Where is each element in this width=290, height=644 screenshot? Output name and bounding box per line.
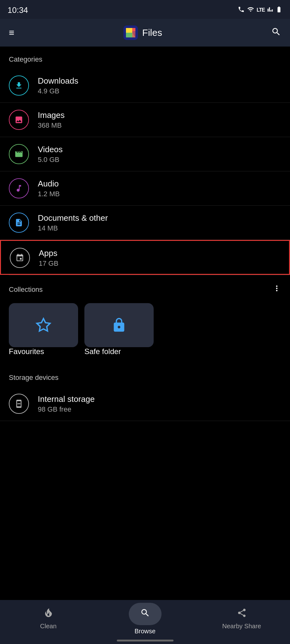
audio-size: 1.2 MB xyxy=(38,190,60,198)
browse-label: Browse xyxy=(134,628,156,635)
favourites-label: Favourites xyxy=(9,347,78,356)
videos-icon xyxy=(9,144,29,164)
categories-section-header: Categories xyxy=(0,47,290,69)
battery-icon xyxy=(276,6,282,14)
nearby-share-label: Nearby Share xyxy=(222,623,261,630)
lte-icon: LTE xyxy=(257,7,265,13)
category-item-documents[interactable]: Documents & other 14 MB xyxy=(0,206,290,240)
videos-size: 5.0 GB xyxy=(38,156,63,164)
home-indicator xyxy=(117,640,173,641)
downloads-label: Downloads xyxy=(38,76,78,86)
nav-item-browse[interactable]: Browse xyxy=(97,603,193,635)
app-title: Files xyxy=(142,27,162,38)
category-item-apps[interactable]: Apps 17 GB xyxy=(0,240,290,275)
documents-label: Documents & other xyxy=(38,213,108,223)
apps-icon xyxy=(10,248,30,268)
downloads-size: 4.9 GB xyxy=(38,87,78,95)
search-icon[interactable] xyxy=(271,27,281,39)
files-app-logo xyxy=(123,25,138,40)
apps-size: 17 GB xyxy=(39,259,58,268)
wifi-icon xyxy=(247,6,254,14)
downloads-icon xyxy=(9,75,29,96)
status-time: 10:34 xyxy=(8,5,28,15)
favourites-card[interactable] xyxy=(9,303,78,347)
browse-background xyxy=(129,603,162,625)
collection-item-favourites[interactable]: Favourites xyxy=(9,303,78,356)
collection-item-safe-folder[interactable]: Safe folder xyxy=(84,303,154,356)
category-item-downloads[interactable]: Downloads 4.9 GB xyxy=(0,69,290,103)
images-size: 368 MB xyxy=(38,121,65,130)
nav-item-nearby-share[interactable]: Nearby Share xyxy=(193,608,290,630)
hamburger-icon[interactable]: ≡ xyxy=(9,27,14,38)
hamburger-menu[interactable]: ≡ xyxy=(9,27,14,38)
storage-devices-section-header: Storage devices xyxy=(0,365,290,387)
internal-storage-size: 98 GB free xyxy=(38,405,95,414)
videos-label: Videos xyxy=(38,145,63,154)
storage-item-internal[interactable]: Internal storage 98 GB free xyxy=(0,387,290,421)
safe-folder-label: Safe folder xyxy=(84,347,154,356)
nav-item-clean[interactable]: Clean xyxy=(0,608,97,630)
status-bar: 10:34 LTE xyxy=(0,0,290,19)
safe-folder-card[interactable] xyxy=(84,303,154,347)
apps-label: Apps xyxy=(39,248,58,258)
documents-icon xyxy=(9,213,29,233)
bottom-nav: Clean Browse Nearby Share xyxy=(0,600,290,644)
collections-section-header: Collections xyxy=(0,275,290,300)
images-label: Images xyxy=(38,110,65,120)
audio-label: Audio xyxy=(38,179,60,189)
status-icons: LTE xyxy=(238,6,282,14)
app-bar: ≡ Files xyxy=(0,19,290,47)
browse-icon xyxy=(140,608,150,620)
phone-icon xyxy=(238,6,245,14)
main-content: Categories Downloads 4.9 GB Images 368 M… xyxy=(0,47,290,465)
category-item-videos[interactable]: Videos 5.0 GB xyxy=(0,137,290,171)
nearby-share-icon xyxy=(237,608,247,620)
collections-grid: Favourites Safe folder xyxy=(0,300,290,365)
collections-label: Collections xyxy=(9,286,43,294)
images-icon xyxy=(9,110,29,130)
internal-storage-label: Internal storage xyxy=(38,394,95,404)
internal-storage-icon xyxy=(9,394,29,414)
signal-icon xyxy=(267,6,273,14)
clean-icon xyxy=(43,608,54,620)
audio-icon xyxy=(9,178,29,198)
documents-size: 14 MB xyxy=(38,224,108,232)
clean-label: Clean xyxy=(40,623,56,630)
collections-more-icon[interactable] xyxy=(272,284,281,295)
category-item-audio[interactable]: Audio 1.2 MB xyxy=(0,171,290,206)
app-title-group: Files xyxy=(123,25,162,40)
category-item-images[interactable]: Images 368 MB xyxy=(0,103,290,137)
